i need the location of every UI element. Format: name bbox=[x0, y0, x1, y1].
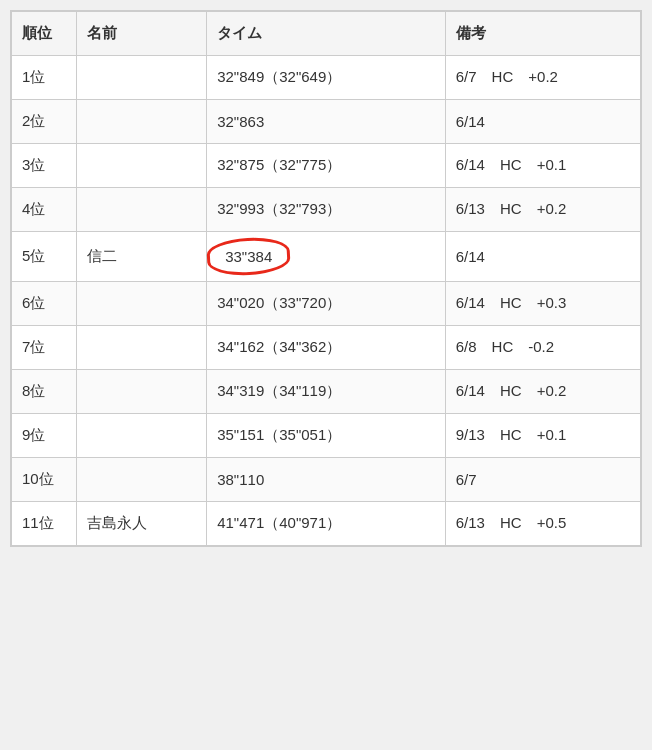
cell-rank: 5位 bbox=[12, 232, 77, 282]
cell-rank: 11位 bbox=[12, 502, 77, 546]
cell-note: 6/13 HC +0.5 bbox=[445, 502, 640, 546]
cell-rank: 8位 bbox=[12, 370, 77, 414]
table-row: 5位信二33"3846/14 bbox=[12, 232, 641, 282]
cell-name bbox=[77, 100, 207, 144]
cell-name bbox=[77, 282, 207, 326]
cell-note: 6/14 HC +0.3 bbox=[445, 282, 640, 326]
table-row: 3位32"875（32"775）6/14 HC +0.1 bbox=[12, 144, 641, 188]
table-row: 2位32"8636/14 bbox=[12, 100, 641, 144]
table-row: 7位34"162（34"362）6/8 HC -0.2 bbox=[12, 326, 641, 370]
cell-time: 32"863 bbox=[207, 100, 446, 144]
cell-name bbox=[77, 326, 207, 370]
cell-rank: 7位 bbox=[12, 326, 77, 370]
cell-time: 41"471（40"971） bbox=[207, 502, 446, 546]
cell-name bbox=[77, 188, 207, 232]
cell-name: 吉島永人 bbox=[77, 502, 207, 546]
cell-note: 9/13 HC +0.1 bbox=[445, 414, 640, 458]
header-note: 備考 bbox=[445, 12, 640, 56]
cell-time: 38"110 bbox=[207, 458, 446, 502]
cell-name bbox=[77, 370, 207, 414]
cell-note: 6/7 bbox=[445, 458, 640, 502]
table-row: 11位吉島永人41"471（40"971）6/13 HC +0.5 bbox=[12, 502, 641, 546]
cell-name bbox=[77, 458, 207, 502]
cell-rank: 4位 bbox=[12, 188, 77, 232]
table-row: 9位35"151（35"051）9/13 HC +0.1 bbox=[12, 414, 641, 458]
cell-name bbox=[77, 144, 207, 188]
cell-time: 32"993（32"793） bbox=[207, 188, 446, 232]
header-time: タイム bbox=[207, 12, 446, 56]
cell-note: 6/7 HC +0.2 bbox=[445, 56, 640, 100]
header-name: 名前 bbox=[77, 12, 207, 56]
cell-time: 34"162（34"362） bbox=[207, 326, 446, 370]
cell-time: 32"875（32"775） bbox=[207, 144, 446, 188]
cell-rank: 2位 bbox=[12, 100, 77, 144]
highlighted-time-value: 33"384 bbox=[217, 244, 280, 269]
cell-name bbox=[77, 414, 207, 458]
cell-note: 6/14 bbox=[445, 100, 640, 144]
cell-time: 32"849（32"649） bbox=[207, 56, 446, 100]
rankings-table: 順位 名前 タイム 備考 1位32"849（32"649）6/7 HC +0.2… bbox=[11, 11, 641, 546]
cell-time: 34"020（33"720） bbox=[207, 282, 446, 326]
table-row: 10位38"1106/7 bbox=[12, 458, 641, 502]
table-row: 8位34"319（34"119）6/14 HC +0.2 bbox=[12, 370, 641, 414]
cell-rank: 1位 bbox=[12, 56, 77, 100]
cell-note: 6/14 HC +0.2 bbox=[445, 370, 640, 414]
cell-name bbox=[77, 56, 207, 100]
cell-time: 35"151（35"051） bbox=[207, 414, 446, 458]
cell-rank: 10位 bbox=[12, 458, 77, 502]
header-rank: 順位 bbox=[12, 12, 77, 56]
table-header-row: 順位 名前 タイム 備考 bbox=[12, 12, 641, 56]
table-row: 4位32"993（32"793）6/13 HC +0.2 bbox=[12, 188, 641, 232]
rankings-table-container: 順位 名前 タイム 備考 1位32"849（32"649）6/7 HC +0.2… bbox=[10, 10, 642, 547]
table-row: 6位34"020（33"720）6/14 HC +0.3 bbox=[12, 282, 641, 326]
cell-time: 33"384 bbox=[207, 232, 446, 282]
cell-note: 6/13 HC +0.2 bbox=[445, 188, 640, 232]
cell-time: 34"319（34"119） bbox=[207, 370, 446, 414]
cell-rank: 3位 bbox=[12, 144, 77, 188]
cell-rank: 9位 bbox=[12, 414, 77, 458]
table-row: 1位32"849（32"649）6/7 HC +0.2 bbox=[12, 56, 641, 100]
cell-note: 6/8 HC -0.2 bbox=[445, 326, 640, 370]
cell-name: 信二 bbox=[77, 232, 207, 282]
cell-note: 6/14 bbox=[445, 232, 640, 282]
cell-note: 6/14 HC +0.1 bbox=[445, 144, 640, 188]
cell-rank: 6位 bbox=[12, 282, 77, 326]
